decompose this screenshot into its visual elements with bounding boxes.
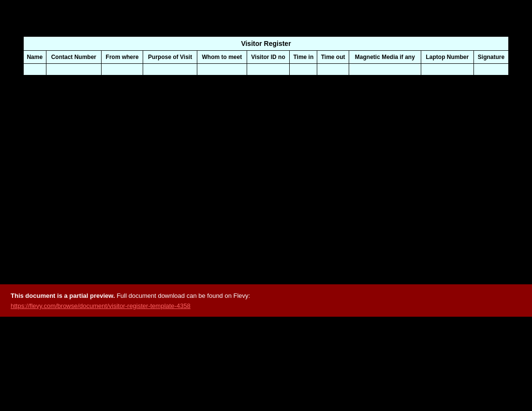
header-row: Name Contact Number From where Purpose o… xyxy=(24,51,509,64)
cell-laptop xyxy=(421,64,473,75)
col-header-time-in: Time in xyxy=(290,51,317,64)
cell-time-in xyxy=(290,64,317,75)
banner-bold-text: This document is a partial preview. xyxy=(11,292,115,299)
table-container: Visitor Register Name Contact Number Fro… xyxy=(23,36,509,75)
col-header-contact: Contact Number xyxy=(46,51,101,64)
cell-visitor-id xyxy=(247,64,290,75)
cell-purpose xyxy=(143,64,197,75)
visitor-register-table: Visitor Register Name Contact Number Fro… xyxy=(23,36,509,75)
col-header-visitor-id: Visitor ID no xyxy=(247,51,290,64)
col-header-from: From where xyxy=(102,51,143,64)
banner-full-text: Full document download can be found on F… xyxy=(115,292,251,299)
cell-magnetic xyxy=(349,64,421,75)
preview-banner: This document is a partial preview. Full… xyxy=(0,284,532,317)
cell-name xyxy=(24,64,46,75)
table-title: Visitor Register xyxy=(24,37,509,51)
col-header-name: Name xyxy=(24,51,46,64)
cell-time-out xyxy=(317,64,349,75)
banner-link[interactable]: https://flevy.com/browse/document/visito… xyxy=(11,302,191,309)
col-header-time-out: Time out xyxy=(317,51,349,64)
table-row xyxy=(24,64,509,75)
col-header-signature: Signature xyxy=(473,51,508,64)
col-header-laptop: Laptop Number xyxy=(421,51,473,64)
col-header-purpose: Purpose of Visit xyxy=(143,51,197,64)
cell-signature xyxy=(473,64,508,75)
title-row: Visitor Register xyxy=(24,37,509,51)
col-header-whom: Whom to meet xyxy=(197,51,247,64)
col-header-magnetic: Magnetic Media if any xyxy=(349,51,421,64)
cell-from xyxy=(102,64,143,75)
banner-text: This document is a partial preview. Full… xyxy=(11,291,521,301)
cell-whom xyxy=(197,64,247,75)
cell-contact xyxy=(46,64,101,75)
main-content: Visitor Register Name Contact Number Fro… xyxy=(0,0,532,411)
